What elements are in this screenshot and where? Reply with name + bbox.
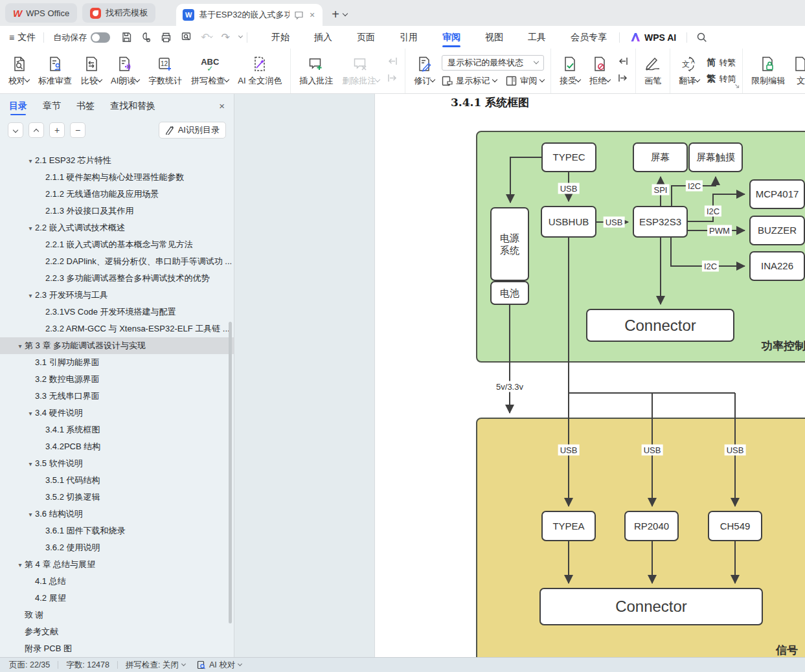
- autosave-control[interactable]: 自动保存: [44, 32, 117, 43]
- tab-wps-office[interactable]: W WPS Office: [5, 3, 77, 23]
- previous-change-icon[interactable]: [617, 56, 629, 69]
- ink-brush-button[interactable]: 画笔: [640, 52, 666, 89]
- menu-item-工具[interactable]: 工具: [516, 26, 558, 49]
- toc-item[interactable]: ▾2.1 ESP32 芯片特性: [0, 152, 234, 169]
- group-expander-icon[interactable]: [734, 80, 740, 91]
- toc-item[interactable]: ▾3.4 硬件说明: [0, 405, 234, 421]
- ai-detect-toc-button[interactable]: AI识别目录: [159, 122, 226, 139]
- compare-button[interactable]: 比较: [76, 52, 106, 89]
- file-menu-button[interactable]: ≡ 文件: [0, 32, 43, 43]
- new-tab-button[interactable]: +: [332, 8, 339, 21]
- tab-document-active[interactable]: W 基于ESP32的嵌入式多功能调 ×: [176, 4, 323, 26]
- word-count-indicator[interactable]: 字数: 12478: [66, 660, 109, 671]
- insert-comment-button[interactable]: 插入批注: [295, 52, 337, 89]
- reviewer-pane-button[interactable]: 审阅: [506, 75, 544, 87]
- simplified-to-traditional-button[interactable]: 简转繁: [707, 57, 736, 69]
- spell-check-button[interactable]: ABC✓ 拼写检查: [187, 52, 233, 89]
- search-icon[interactable]: [687, 32, 716, 43]
- sidebar-tab-bookmarks[interactable]: 书签: [76, 94, 95, 117]
- menu-item-会员专享[interactable]: 会员专享: [558, 26, 619, 49]
- collapse-arrow-icon[interactable]: ▾: [26, 410, 35, 417]
- word-count-button[interactable]: 12 字数统计: [144, 52, 187, 89]
- collapse-arrow-icon[interactable]: ▾: [26, 157, 35, 164]
- toc-item[interactable]: 致 谢: [0, 607, 234, 623]
- toc-collapse-up-button[interactable]: [28, 122, 44, 138]
- redo-icon[interactable]: ↷: [217, 31, 234, 43]
- toc-item[interactable]: 2.3.2 ARM-GCC 与 Xtensa-ESP32-ELF 工具链 ...: [0, 320, 234, 337]
- collapse-arrow-icon[interactable]: ▾: [26, 511, 35, 518]
- track-changes-button[interactable]: 修订: [409, 52, 439, 89]
- save-icon[interactable]: [117, 32, 137, 43]
- collapse-arrow-icon[interactable]: ▾: [16, 342, 25, 350]
- ai-proofread-button[interactable]: AI 校对: [197, 660, 242, 671]
- autosave-toggle-off[interactable]: [91, 32, 110, 43]
- toc-item[interactable]: 3.5.1 代码结构: [0, 472, 234, 489]
- toc-item[interactable]: 4.1 总结: [0, 573, 234, 590]
- restrict-editing-button[interactable]: 限制编辑: [747, 52, 789, 89]
- show-markup-button[interactable]: 显示标记: [442, 75, 497, 87]
- collapse-arrow-icon[interactable]: ▾: [26, 292, 35, 299]
- print-preview-icon[interactable]: [176, 32, 196, 43]
- menu-item-开始[interactable]: 开始: [259, 26, 302, 49]
- sidebar-tab-chapters[interactable]: 章节: [43, 94, 61, 117]
- print-icon[interactable]: [156, 32, 176, 43]
- undo-history-chevron-icon[interactable]: [234, 36, 247, 39]
- menu-item-页面[interactable]: 页面: [345, 26, 387, 49]
- toc-item[interactable]: 附录 PCB 图: [0, 640, 234, 657]
- markup-state-dropdown[interactable]: 显示标记的最终状态: [442, 55, 544, 71]
- toc-item[interactable]: 3.4.2PCB 结构: [0, 438, 234, 455]
- toc-item[interactable]: 2.2.3 多功能调试器整合多种调试技术的优势: [0, 270, 234, 287]
- tab-list-chevron-icon[interactable]: [343, 11, 348, 16]
- menu-item-插入[interactable]: 插入: [302, 26, 345, 49]
- export-pdf-icon[interactable]: [137, 32, 156, 43]
- toc-zoom-out-button[interactable]: −: [70, 122, 85, 138]
- sidebar-scrollbar[interactable]: [229, 322, 232, 623]
- standard-review-button[interactable]: 标准审查: [34, 52, 76, 89]
- ai-polish-button[interactable]: AI 全文润色: [233, 52, 286, 89]
- collapse-arrow-icon[interactable]: ▾: [16, 561, 25, 568]
- toc-item[interactable]: 3.6.2 使用说明: [0, 539, 234, 556]
- translate-button[interactable]: 文A 翻译: [674, 52, 704, 89]
- toc-item[interactable]: 3.5.2 切换逻辑: [0, 489, 234, 506]
- toc-item[interactable]: 2.2.2 DAPlink、逻辑分析仪、串口助手等调试功 ...: [0, 253, 234, 270]
- tab-docer-templates[interactable]: 找稻壳模板: [82, 3, 155, 23]
- toc-item[interactable]: ▾第 3 章 多功能调试器设计与实现: [0, 337, 234, 354]
- page-count-indicator[interactable]: 页面: 22/35: [9, 660, 50, 671]
- sidebar-tab-contents[interactable]: 目录: [9, 94, 27, 117]
- toc-item[interactable]: 3.6.1 固件下载和烧录: [0, 522, 234, 539]
- toc-item[interactable]: 3.1 引脚功能界面: [0, 354, 234, 371]
- menu-item-视图[interactable]: 视图: [473, 26, 516, 49]
- toc-item[interactable]: 4.2 展望: [0, 590, 234, 607]
- collapse-arrow-icon[interactable]: ▾: [26, 225, 35, 232]
- document-permission-button-cut[interactable]: 文: [789, 52, 805, 89]
- toc-item[interactable]: ▾2.3 开发环境与工具: [0, 287, 234, 304]
- sidebar-tab-find-replace[interactable]: 查找和替换: [110, 94, 155, 117]
- toc-item[interactable]: ▾3.6 结构说明: [0, 506, 234, 522]
- toc-item[interactable]: 2.2.1 嵌入式调试的基本概念与常见方法: [0, 236, 234, 253]
- accept-change-button[interactable]: 接受: [555, 52, 585, 89]
- toc-zoom-in-button[interactable]: +: [49, 122, 65, 138]
- toc-item[interactable]: ▾2.2 嵌入式调试技术概述: [0, 219, 234, 236]
- toc-item[interactable]: 参考文献: [0, 623, 234, 640]
- toc-item[interactable]: ▾第 4 章 总结与展望: [0, 556, 234, 573]
- toc-item[interactable]: 2.3.1VS Code 开发环境搭建与配置: [0, 304, 234, 320]
- wps-ai-button[interactable]: WPS AI: [620, 32, 686, 43]
- toc-item[interactable]: 2.1.2 无线通信功能及应用场景: [0, 186, 234, 203]
- close-sidebar-icon[interactable]: ×: [219, 100, 225, 111]
- collapse-arrow-icon[interactable]: ▾: [26, 460, 35, 467]
- toc-item[interactable]: 2.1.1 硬件架构与核心处理器性能参数: [0, 169, 234, 186]
- menu-item-审阅[interactable]: 审阅: [430, 26, 473, 49]
- toc-item[interactable]: ▾3.5 软件说明: [0, 455, 234, 472]
- document-canvas[interactable]: 3.4.1 系统框图 TYPEC 屏幕: [234, 94, 805, 657]
- toc-item[interactable]: 3.3 无线串口界面: [0, 388, 234, 405]
- toc-expand-down-button[interactable]: [8, 122, 23, 138]
- next-change-icon[interactable]: [617, 73, 629, 85]
- ai-read-aloud-button[interactable]: AI朗读: [106, 52, 144, 89]
- comment-bubble-icon[interactable]: [294, 11, 304, 19]
- menu-item-引用[interactable]: 引用: [387, 26, 430, 49]
- toc-item[interactable]: 3.4.1 系统框图: [0, 421, 234, 438]
- toc-item[interactable]: 3.2 数控电源界面: [0, 371, 234, 388]
- spellcheck-status-button[interactable]: 拼写检查: 关闭: [126, 660, 185, 671]
- toc-item[interactable]: 2.1.3 外设接口及其作用: [0, 203, 234, 219]
- proofread-button[interactable]: 校对: [4, 52, 34, 89]
